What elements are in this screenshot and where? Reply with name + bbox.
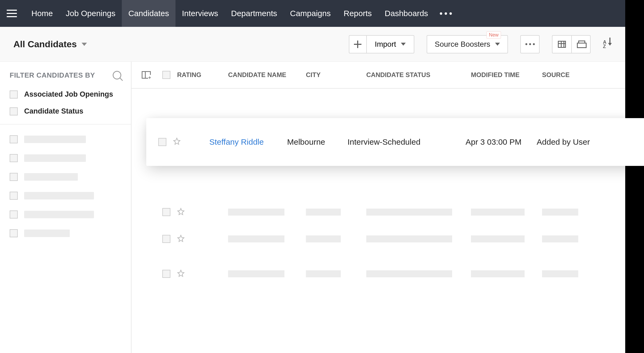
- sidebar-skeleton-row: [10, 135, 121, 143]
- checkbox[interactable]: [10, 107, 18, 115]
- nav-dashboards[interactable]: Dashboards: [378, 0, 435, 27]
- nav-more-icon[interactable]: [440, 12, 452, 15]
- col-header-status[interactable]: CANDIDATE STATUS: [366, 71, 471, 79]
- star-icon[interactable]: [173, 137, 181, 145]
- nav-departments-label: Departments: [231, 9, 277, 18]
- candidate-source: Added by User: [537, 137, 604, 147]
- nav-reports-label: Reports: [344, 9, 372, 18]
- filter-label: Candidate Status: [24, 107, 83, 115]
- nav-campaigns[interactable]: Campaigns: [284, 0, 337, 27]
- search-icon[interactable]: [113, 71, 121, 79]
- nav-candidates-label: Candidates: [128, 9, 169, 18]
- row-checkbox[interactable]: [158, 138, 166, 146]
- candidates-table: RATING CANDIDATE NAME CITY CANDIDATE STA…: [131, 62, 625, 353]
- nav-interviews-label: Interviews: [182, 9, 218, 18]
- nav-candidates[interactable]: Candidates: [122, 0, 175, 27]
- filter-sidebar: FILTER CANDIDATES BY Associated Job Open…: [0, 62, 131, 353]
- filter-label: Associated Job Openings: [24, 90, 113, 99]
- chevron-down-icon: [495, 43, 500, 46]
- star-icon[interactable]: [177, 235, 185, 242]
- source-boosters-label: Source Boosters: [435, 40, 490, 49]
- table-header: RATING CANDIDATE NAME CITY CANDIDATE STA…: [131, 62, 625, 89]
- nav-home[interactable]: Home: [25, 0, 59, 27]
- nav-campaigns-label: Campaigns: [290, 9, 331, 18]
- sidebar-skeleton-row: [10, 229, 121, 237]
- star-icon[interactable]: [177, 208, 185, 215]
- nav-departments[interactable]: Departments: [225, 0, 284, 27]
- row-checkbox[interactable]: [162, 208, 170, 216]
- row-checkbox[interactable]: [162, 235, 170, 243]
- col-header-name[interactable]: CANDIDATE NAME: [228, 71, 306, 79]
- nav-interviews[interactable]: Interviews: [175, 0, 225, 27]
- print-button[interactable]: [571, 35, 591, 53]
- candidate-status: Interview-Scheduled: [347, 137, 466, 147]
- new-badge: New: [486, 31, 501, 39]
- row-checkbox[interactable]: [162, 270, 170, 278]
- col-header-source[interactable]: SOURCE: [542, 71, 596, 79]
- nav-home-label: Home: [31, 9, 53, 18]
- chevron-down-icon: [401, 43, 406, 46]
- sidebar-skeleton-row: [10, 173, 121, 181]
- filter-associated-job-openings[interactable]: Associated Job Openings: [10, 90, 121, 99]
- import-label: Import: [375, 40, 396, 49]
- plus-icon: [354, 41, 361, 48]
- nav-dashboards-label: Dashboards: [385, 9, 428, 18]
- right-black-strip: [625, 0, 644, 353]
- print-icon: [577, 41, 585, 48]
- sidebar-skeleton-row: [10, 210, 121, 219]
- more-actions-button[interactable]: [520, 35, 540, 53]
- hamburger-icon[interactable]: [7, 10, 17, 17]
- view-title-label: All Candidates: [13, 39, 77, 49]
- add-import-group: Import: [349, 35, 414, 53]
- caret-down-icon: [82, 43, 87, 46]
- top-nav: Home Job Openings Candidates Interviews …: [0, 0, 625, 27]
- table-row[interactable]: [131, 225, 625, 252]
- col-header-city[interactable]: CITY: [306, 71, 366, 79]
- candidate-modified: Apr 3 03:00 PM: [466, 137, 537, 147]
- candidate-city: Melbourne: [287, 137, 347, 147]
- table-icon: [558, 41, 566, 48]
- sidebar-skeleton-row: [10, 154, 121, 162]
- view-selector[interactable]: All Candidates: [13, 39, 87, 49]
- col-header-rating[interactable]: RATING: [177, 71, 228, 79]
- nav-job-openings-label: Job Openings: [66, 9, 115, 18]
- arrow-down-icon: [608, 43, 612, 46]
- add-candidate-button[interactable]: [349, 35, 366, 53]
- nav-job-openings[interactable]: Job Openings: [59, 0, 122, 27]
- checkbox[interactable]: [10, 90, 18, 99]
- col-header-modified[interactable]: MODIFIED TIME: [471, 71, 542, 79]
- sort-az-button[interactable]: AZ: [603, 40, 612, 49]
- filter-header-label: FILTER CANDIDATES BY: [10, 71, 95, 79]
- column-picker-icon[interactable]: [142, 71, 151, 79]
- highlighted-candidate-row[interactable]: Steffany Riddle Melbourne Interview-Sche…: [146, 118, 644, 166]
- star-icon[interactable]: [177, 270, 185, 277]
- table-row[interactable]: [131, 260, 625, 287]
- select-all-checkbox[interactable]: [162, 71, 170, 79]
- table-row[interactable]: [131, 199, 625, 225]
- filter-candidate-status[interactable]: Candidate Status: [10, 107, 121, 115]
- ellipsis-icon: [525, 43, 535, 45]
- table-view-button[interactable]: [552, 35, 571, 53]
- subheader: All Candidates Import New Source Booster…: [0, 27, 625, 62]
- import-button[interactable]: Import: [366, 35, 414, 53]
- sidebar-skeleton-row: [10, 192, 121, 200]
- candidate-name-link[interactable]: Steffany Riddle: [209, 137, 287, 147]
- nav-reports[interactable]: Reports: [337, 0, 378, 27]
